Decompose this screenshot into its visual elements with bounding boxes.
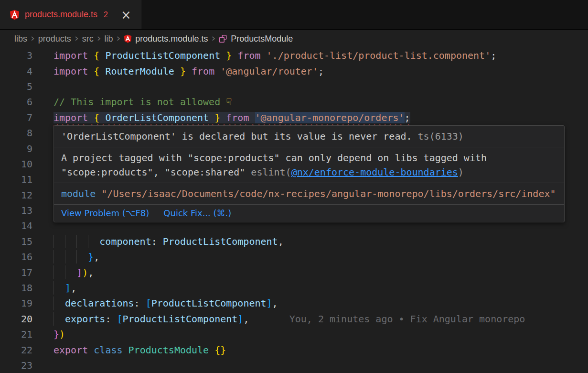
- ts-diagnostic-code: ts(6133): [418, 131, 464, 142]
- code-line-21[interactable]: 21}): [0, 327, 588, 342]
- token: ;: [491, 50, 496, 61]
- token: }: [180, 66, 186, 77]
- token: OrderListComponent: [105, 112, 209, 123]
- code-text: // This import is not allowed ☟: [53, 96, 232, 108]
- code-line-4[interactable]: 4import { RouterModule } from '@angular/…: [0, 63, 588, 78]
- token: '@angular/router': [220, 66, 318, 77]
- close-tab-icon[interactable]: ×: [121, 9, 131, 21]
- token: '@angular-monorepo/orders': [255, 112, 405, 123]
- token: ,: [272, 297, 278, 309]
- code-text: import { RouterModule } from '@angular/r…: [53, 66, 324, 77]
- breadcrumb-item-libs[interactable]: libs: [14, 34, 27, 44]
- line-number: 15: [0, 236, 53, 247]
- code-text: }): [53, 329, 65, 340]
- chevron-right-icon: ›: [211, 32, 215, 44]
- line-number: 21: [0, 329, 53, 340]
- code-line-15[interactable]: 15component: ProductListComponent,: [0, 234, 588, 249]
- token: ]: [65, 282, 71, 294]
- token: {: [94, 112, 99, 123]
- tab-title: products.module.ts: [25, 10, 97, 20]
- git-blame-annotation: You, 2 minutes ago • Fix Angular monorep…: [289, 313, 525, 325]
- hover-popup: 'OrderListComponent' is declared but its…: [53, 125, 565, 222]
- token: [220, 112, 226, 123]
- breadcrumb-item-src[interactable]: src: [82, 34, 94, 44]
- token: :: [105, 313, 117, 325]
- token: }: [53, 329, 59, 340]
- eslint-rule-link[interactable]: @nx/enforce-module-boundaries: [291, 166, 458, 178]
- line-number: 14: [0, 220, 53, 231]
- token: from: [237, 50, 260, 61]
- token: [88, 66, 94, 77]
- token: ,: [243, 313, 249, 325]
- chevron-right-icon: ›: [75, 32, 79, 44]
- token: [88, 344, 94, 356]
- line-number: 17: [0, 267, 53, 278]
- token: component: [99, 236, 151, 247]
- token: }: [226, 50, 232, 61]
- code-line-16[interactable]: 16},: [0, 249, 588, 264]
- indent-guide: [76, 235, 77, 248]
- code-line-22[interactable]: 22export class ProductsModule {}: [0, 342, 588, 357]
- breadcrumb-item-lib[interactable]: lib: [105, 34, 113, 44]
- token: ProductListComponent: [163, 236, 278, 247]
- code-text: declarations: [ProductListComponent],: [65, 297, 278, 309]
- indent-guide: [53, 235, 54, 248]
- token: ,: [71, 282, 76, 294]
- code-line-23[interactable]: 23: [0, 358, 588, 373]
- code-text: },: [88, 251, 99, 263]
- token: import: [53, 66, 88, 77]
- token: [186, 66, 192, 77]
- indent-guide: [53, 281, 54, 295]
- hover-module-info: module "/Users/isaac/Documents/code/nx-r…: [54, 183, 564, 204]
- code-line-3[interactable]: 3import { ProductListComponent } from '.…: [0, 48, 588, 63]
- hover-eslint-diagnostic: A project tagged with "scope:products" c…: [54, 147, 564, 183]
- line-number: 23: [0, 360, 53, 371]
- ts-diagnostic-message: 'OrderListComponent' is declared but its…: [61, 131, 412, 142]
- code-line-17[interactable]: 17]),: [0, 264, 588, 280]
- quick-fix-link[interactable]: Quick Fix... (⌘.): [163, 208, 231, 219]
- module-keyword: module: [61, 188, 96, 199]
- token: from: [226, 112, 249, 123]
- token: ;: [318, 66, 324, 77]
- line-number: 5: [0, 81, 53, 92]
- token: ,: [278, 236, 284, 247]
- token: [232, 50, 237, 61]
- code-line-19[interactable]: 19declarations: [ProductListComponent],: [0, 296, 588, 311]
- pointing-down-emoji: ☟: [226, 96, 232, 108]
- token: }: [214, 112, 220, 123]
- class-symbol-icon: [219, 34, 227, 43]
- token: // This import is not allowed: [53, 96, 226, 108]
- view-problem-link[interactable]: View Problem (⌥F8): [61, 208, 149, 219]
- hover-actions-bar: View Problem (⌥F8) Quick Fix... (⌘.): [54, 204, 564, 222]
- code-line-7[interactable]: 7import { OrderListComponent } from '@an…: [0, 110, 588, 125]
- token: ,: [88, 267, 94, 278]
- token: ,: [94, 251, 99, 263]
- token: [88, 50, 94, 61]
- token: ): [82, 267, 88, 278]
- code-line-20[interactable]: 20exports: [ProductListComponent],You, 2…: [0, 311, 588, 327]
- code-line-5[interactable]: 5: [0, 79, 588, 94]
- tab-products-module[interactable]: products.module.ts 2 ×: [0, 0, 141, 29]
- line-number: 4: [0, 66, 53, 77]
- code-line-18[interactable]: 18],: [0, 280, 588, 296]
- indent-guide: [88, 235, 88, 248]
- indent-guide: [65, 250, 65, 263]
- token: [99, 50, 105, 61]
- token: ): [59, 329, 65, 340]
- token: ProductListComponent: [105, 50, 220, 61]
- breadcrumb: libs › products › src › lib › products.m…: [0, 30, 588, 48]
- breadcrumb-item-symbol[interactable]: ProductsModule: [219, 34, 293, 44]
- editor[interactable]: 3import { ProductListComponent } from '.…: [0, 48, 588, 373]
- token: [123, 344, 128, 356]
- breadcrumb-item-file[interactable]: products.module.ts: [124, 34, 208, 44]
- token: exports: [65, 313, 105, 325]
- chevron-right-icon: ›: [31, 32, 35, 44]
- token: import: [53, 112, 88, 123]
- code-line-6[interactable]: 6// This import is not allowed ☟: [0, 94, 588, 110]
- token: import: [53, 50, 88, 61]
- token: ]: [76, 267, 82, 278]
- code-text: ]),: [76, 267, 94, 278]
- breadcrumb-item-products[interactable]: products: [38, 34, 71, 44]
- token: [249, 112, 255, 123]
- token: {}: [214, 344, 226, 356]
